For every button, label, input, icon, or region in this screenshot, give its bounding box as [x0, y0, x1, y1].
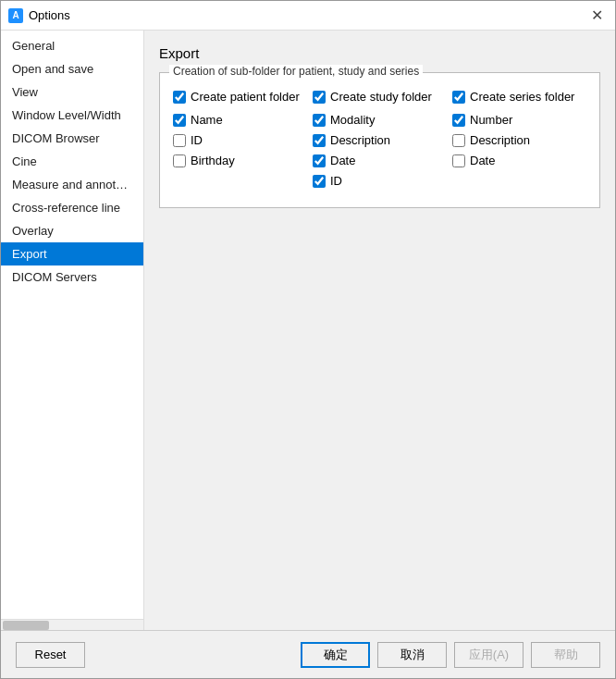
- study-description-item: Description: [313, 133, 441, 147]
- study-date-label: Date: [330, 154, 355, 167]
- sidebar-item-dicom-browser[interactable]: DICOM Browser: [1, 127, 143, 150]
- study-folder-label: Create study folder: [330, 90, 432, 104]
- patient-name-checkbox[interactable]: [173, 114, 186, 127]
- series-date-checkbox[interactable]: [452, 154, 465, 167]
- sidebar-item-window-level[interactable]: Window Level/Width: [1, 104, 143, 127]
- options-window: A Options ✕ GeneralOpen and saveViewWind…: [0, 0, 616, 679]
- series-description-label: Description: [470, 133, 530, 147]
- create-study-folder-checkbox[interactable]: [313, 91, 326, 104]
- patient-id-item: ID: [173, 133, 302, 147]
- series-description-item: Description: [452, 133, 581, 147]
- folder-columns: Create patient folder Name ID Birth: [173, 90, 586, 194]
- patient-id-checkbox[interactable]: [173, 134, 186, 147]
- cancel-button[interactable]: 取消: [377, 642, 447, 668]
- patient-folder-label: Create patient folder: [191, 90, 300, 104]
- study-id-label: ID: [330, 174, 342, 188]
- study-description-label: Description: [330, 133, 390, 147]
- study-folder-header: Create study folder: [313, 90, 441, 104]
- sidebar-item-view[interactable]: View: [1, 80, 143, 104]
- sidebar: GeneralOpen and saveViewWindow Level/Wid…: [1, 31, 144, 630]
- series-description-checkbox[interactable]: [452, 134, 465, 147]
- study-id-item: ID: [313, 174, 441, 188]
- app-icon: A: [8, 8, 23, 23]
- series-number-checkbox[interactable]: [452, 114, 465, 127]
- patient-id-label: ID: [191, 133, 203, 147]
- study-date-item: Date: [313, 154, 441, 167]
- main-content: GeneralOpen and saveViewWindow Level/Wid…: [1, 31, 615, 630]
- help-button[interactable]: 帮助: [531, 642, 600, 668]
- patient-birthday-label: Birthday: [191, 154, 235, 167]
- series-number-item: Number: [452, 113, 581, 127]
- patient-column: Create patient folder Name ID Birth: [173, 90, 307, 194]
- close-button[interactable]: ✕: [585, 5, 608, 27]
- reset-button[interactable]: Reset: [16, 642, 85, 668]
- series-folder-label: Create series folder: [470, 90, 574, 104]
- sidebar-scroll-thumb[interactable]: [3, 621, 49, 630]
- window-title: Options: [29, 8, 585, 22]
- patient-birthday-item: Birthday: [173, 154, 302, 167]
- group-box: Creation of sub-folder for patient, stud…: [159, 72, 600, 208]
- study-modality-checkbox[interactable]: [313, 114, 326, 127]
- bottom-bar: Reset 确定 取消 应用(A) 帮助: [1, 630, 615, 678]
- sidebar-item-general[interactable]: General: [1, 34, 143, 57]
- content-area: Export Creation of sub-folder for patien…: [144, 31, 615, 630]
- sidebar-items: GeneralOpen and saveViewWindow Level/Wid…: [1, 34, 143, 302]
- series-folder-header: Create series folder: [452, 90, 581, 104]
- sidebar-item-cine[interactable]: Cine: [1, 150, 143, 173]
- series-date-item: Date: [452, 154, 581, 167]
- ok-button[interactable]: 确定: [301, 642, 370, 668]
- study-id-checkbox[interactable]: [313, 175, 326, 188]
- study-description-checkbox[interactable]: [313, 134, 326, 147]
- apply-button[interactable]: 应用(A): [454, 642, 524, 668]
- sidebar-scrollbar[interactable]: [1, 619, 143, 630]
- patient-name-label: Name: [191, 113, 223, 127]
- sidebar-item-cross-ref[interactable]: Cross-reference line: [1, 196, 143, 219]
- sidebar-item-overlay[interactable]: Overlay: [1, 219, 143, 242]
- sidebar-item-measure[interactable]: Measure and annota…: [1, 173, 143, 196]
- study-date-checkbox[interactable]: [313, 154, 326, 167]
- series-date-label: Date: [470, 154, 495, 167]
- app-icon-letter: A: [12, 10, 18, 20]
- sidebar-item-dicom-servers[interactable]: DICOM Servers: [1, 265, 143, 289]
- series-number-label: Number: [470, 113, 512, 127]
- title-bar: A Options ✕: [1, 1, 615, 31]
- study-modality-item: Modality: [313, 113, 441, 127]
- group-legend: Creation of sub-folder for patient, stud…: [169, 65, 423, 78]
- patient-birthday-checkbox[interactable]: [173, 154, 186, 167]
- study-column: Create study folder Modality Description: [307, 90, 447, 194]
- section-title: Export: [159, 45, 600, 61]
- create-series-folder-checkbox[interactable]: [452, 91, 465, 104]
- patient-name-item: Name: [173, 113, 302, 127]
- create-patient-folder-checkbox[interactable]: [173, 91, 186, 104]
- patient-folder-header: Create patient folder: [173, 90, 302, 104]
- sidebar-item-open-save[interactable]: Open and save: [1, 57, 143, 80]
- series-column: Create series folder Number Description: [447, 90, 586, 194]
- study-modality-label: Modality: [330, 113, 375, 127]
- sidebar-item-export[interactable]: Export: [1, 242, 143, 265]
